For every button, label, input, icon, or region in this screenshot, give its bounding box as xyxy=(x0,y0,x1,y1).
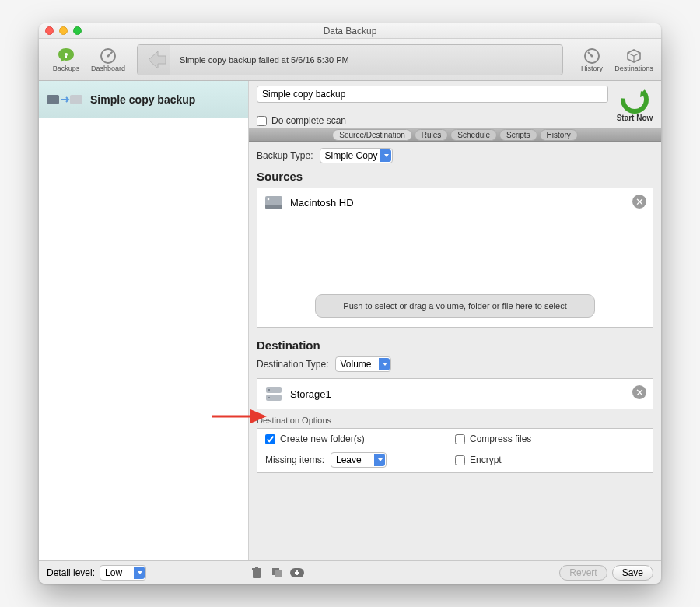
detail-level-value: Low xyxy=(105,567,122,578)
sidebar: Simple copy backup xyxy=(39,81,249,560)
tab-bar: Source/Destination Rules Schedule Script… xyxy=(249,128,661,142)
detail-level-label: Detail level: xyxy=(47,567,95,578)
compress-files-checkbox[interactable] xyxy=(455,434,465,444)
destination-item[interactable]: Storage1 ✕ xyxy=(257,379,653,409)
missing-items-value: Leave xyxy=(336,454,362,465)
svg-point-4 xyxy=(107,55,110,58)
svg-point-16 xyxy=(268,397,270,398)
svg-point-6 xyxy=(591,55,593,58)
missing-items-select[interactable]: Leave xyxy=(331,452,387,468)
notification-message: Simple copy backup failed at 5/6/16 5:30… xyxy=(170,45,562,75)
notification-back-button[interactable] xyxy=(138,45,170,75)
tab-history[interactable]: History xyxy=(540,129,578,141)
create-folders-checkbox[interactable] xyxy=(265,434,275,444)
destination-options: Create new folder(s) Compress files Miss… xyxy=(257,428,653,473)
svg-rect-17 xyxy=(253,570,261,578)
destinations-label: Destinations xyxy=(614,65,653,72)
svg-point-15 xyxy=(268,389,270,391)
minimize-window-button[interactable] xyxy=(59,26,68,35)
backup-type-select[interactable]: Simple Copy xyxy=(320,148,393,163)
dashboard-toolbar-button[interactable]: Dashboard xyxy=(87,47,129,72)
backup-type-label: Backup Type: xyxy=(257,150,313,161)
start-now-icon xyxy=(621,86,649,114)
close-window-button[interactable] xyxy=(45,26,54,35)
tab-scripts[interactable]: Scripts xyxy=(499,129,537,141)
svg-rect-2 xyxy=(65,56,67,58)
svg-rect-11 xyxy=(265,205,282,209)
window-title: Data Backup xyxy=(39,26,661,37)
backups-toolbar-button[interactable]: Backups xyxy=(45,47,87,72)
add-source-drop-button[interactable]: Push to select or drag a volume, folder … xyxy=(315,294,595,318)
destination-item-label: Storage1 xyxy=(290,388,331,400)
content: Simple copy backup Do complete scan xyxy=(39,81,661,560)
destination-type-label: Destination Type: xyxy=(257,359,329,370)
save-button[interactable]: Save xyxy=(612,565,653,581)
svg-rect-7 xyxy=(47,95,59,104)
sidebar-item-title: Simple copy backup xyxy=(90,93,195,106)
disk-transfer-icon xyxy=(45,89,84,111)
toolbar: Backups Dashboard Simple copy backup fai… xyxy=(39,39,661,81)
destination-options-heading: Destination Options xyxy=(257,416,653,425)
sidebar-item-backup[interactable]: Simple copy backup xyxy=(39,81,248,118)
destination-panel: Storage1 ✕ xyxy=(257,378,653,409)
backup-type-value: Simple Copy xyxy=(325,150,378,161)
svg-rect-19 xyxy=(255,567,258,568)
create-folders-label: Create new folder(s) xyxy=(280,433,365,444)
dashboard-label: Dashboard xyxy=(91,65,125,72)
complete-scan-label: Do complete scan xyxy=(271,115,346,126)
encrypt-checkbox[interactable] xyxy=(455,455,465,465)
chevron-left-large-icon xyxy=(142,48,166,72)
sources-panel: Macintosh HD ✕ Push to select or drag a … xyxy=(257,188,653,328)
hard-drive-icon xyxy=(264,193,284,212)
destinations-toolbar-button[interactable]: Destinations xyxy=(613,47,655,72)
destination-heading: Destination xyxy=(257,339,653,352)
complete-scan-checkbox[interactable] xyxy=(257,116,267,126)
history-toolbar-button[interactable]: History xyxy=(571,47,613,72)
tab-rules[interactable]: Rules xyxy=(415,129,449,141)
trash-icon xyxy=(251,567,262,579)
revert-button[interactable]: Revert xyxy=(559,565,607,581)
notification-banner: Simple copy backup failed at 5/6/16 5:30… xyxy=(137,44,563,75)
svg-rect-18 xyxy=(252,568,261,570)
speech-bubble-icon xyxy=(56,47,76,64)
plus-pill-icon xyxy=(290,566,304,580)
gauge-icon xyxy=(98,47,118,64)
svg-rect-21 xyxy=(275,570,282,577)
remove-source-button[interactable]: ✕ xyxy=(632,195,646,209)
titlebar: Data Backup xyxy=(39,23,661,39)
destination-type-value: Volume xyxy=(341,359,372,370)
missing-items-label: Missing items: xyxy=(265,454,324,465)
backup-name-input[interactable] xyxy=(257,86,608,103)
annotation-arrow-icon xyxy=(210,409,272,424)
source-item[interactable]: Macintosh HD ✕ xyxy=(257,188,653,216)
zoom-window-button[interactable] xyxy=(73,26,82,35)
duplicate-button[interactable] xyxy=(269,565,285,581)
destination-type-select[interactable]: Volume xyxy=(335,356,391,372)
drive-stack-icon xyxy=(264,384,284,404)
backups-label: Backups xyxy=(53,65,80,72)
main-panel: Do complete scan Start Now Source/Destin… xyxy=(249,81,661,560)
tab-content: Backup Type: Simple Copy Sources Macinto… xyxy=(249,142,661,560)
main-header: Do complete scan Start Now xyxy=(249,81,661,128)
svg-point-12 xyxy=(268,198,270,201)
svg-rect-8 xyxy=(70,95,82,104)
delete-button[interactable] xyxy=(249,565,264,581)
tab-schedule[interactable]: Schedule xyxy=(450,129,497,141)
traffic-lights xyxy=(45,26,82,35)
tab-source-destination[interactable]: Source/Destination xyxy=(332,129,412,141)
remove-destination-button[interactable]: ✕ xyxy=(632,385,646,399)
add-button[interactable] xyxy=(289,565,305,581)
gauge-icon xyxy=(582,47,602,64)
box-icon xyxy=(624,47,644,64)
compress-files-label: Compress files xyxy=(470,433,531,444)
svg-point-1 xyxy=(65,53,68,56)
detail-level-select[interactable]: Low xyxy=(100,565,146,581)
duplicate-icon xyxy=(271,567,283,579)
svg-point-9 xyxy=(621,86,649,114)
start-now-button[interactable]: Start Now xyxy=(616,86,653,122)
source-item-label: Macintosh HD xyxy=(290,197,354,209)
start-now-label: Start Now xyxy=(617,114,653,122)
history-label: History xyxy=(581,65,603,72)
app-window: Data Backup Backups Dashboard Simple cop… xyxy=(39,23,661,584)
sources-heading: Sources xyxy=(257,170,653,183)
